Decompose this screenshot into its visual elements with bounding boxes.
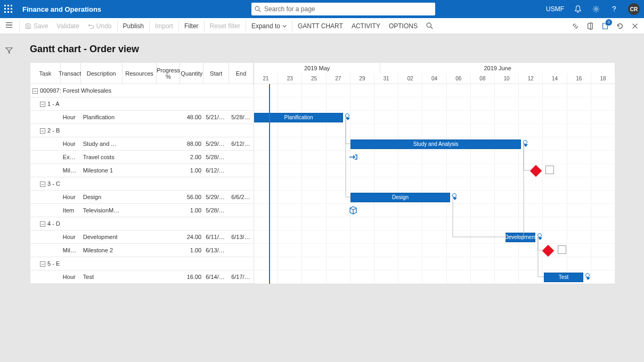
hamburger-icon[interactable]	[5, 21, 13, 30]
col-start[interactable]: Start	[203, 63, 229, 84]
grid-cell: Expense	[61, 154, 81, 160]
grid-cell: 6/17/2019	[229, 274, 254, 280]
gear-icon[interactable]	[592, 5, 600, 13]
timeline-row: Design	[254, 191, 615, 204]
funnel-icon[interactable]	[5, 47, 13, 56]
close-icon[interactable]	[631, 22, 639, 30]
milestone-marker[interactable]	[542, 244, 555, 257]
link-arrow-icon[interactable]	[524, 144, 528, 147]
grid-cell: 1.00	[180, 207, 203, 213]
col-progress[interactable]: Progress %	[157, 63, 180, 84]
grid-cell: Development	[81, 234, 123, 240]
undo-button[interactable]: Undo	[84, 18, 116, 34]
validate-button[interactable]: Validate	[52, 18, 83, 34]
svg-rect-2	[11, 5, 12, 6]
link-handle-icon[interactable]	[585, 273, 590, 277]
reset-filter-button[interactable]: Reset filter	[206, 18, 244, 34]
timeline-row: Study and Analysis	[254, 137, 615, 151]
timeline-row	[254, 177, 615, 191]
app-launcher-icon[interactable]	[4, 5, 13, 13]
collapse-icon[interactable]: −	[40, 128, 45, 134]
expand-to-dropdown[interactable]: Expand to	[247, 18, 291, 34]
link-handle-icon[interactable]	[537, 233, 542, 237]
group-row[interactable]: −1 - A	[30, 97, 254, 111]
filter-button[interactable]: Filter	[180, 18, 203, 34]
task-row[interactable]: ItemTelevisionM12031.005/28/2019	[30, 204, 254, 217]
collapse-icon[interactable]: −	[40, 182, 45, 187]
task-row[interactable]: MilestonMilestone 11.006/12/2019	[30, 164, 254, 177]
task-row[interactable]: ExpenseTravel costs2.005/28/2019	[30, 151, 254, 164]
task-row[interactable]: HourDevelopment24.006/11/20196/13/2019	[30, 231, 254, 244]
col-quantity[interactable]: Quantity	[180, 63, 203, 84]
grid-cell: 5/29/2019	[203, 141, 229, 147]
gantt-bar[interactable]: Planification	[254, 113, 343, 122]
link-handle-icon[interactable]	[345, 113, 349, 118]
global-search[interactable]: Search for a page	[251, 3, 435, 15]
timeline-day: 21	[254, 73, 278, 84]
col-resources[interactable]: Resources	[123, 63, 157, 84]
col-description[interactable]: Description	[81, 63, 123, 84]
col-task[interactable]: Task	[30, 63, 61, 84]
collapse-icon[interactable]: −	[32, 88, 38, 94]
timeline-day: 16	[567, 73, 591, 84]
publish-button[interactable]: Publish	[119, 18, 148, 34]
expense-icon[interactable]	[349, 153, 357, 163]
collapse-icon[interactable]: −	[40, 261, 45, 267]
group-row[interactable]: −3 - C	[30, 177, 254, 191]
task-row[interactable]: HourTest16.006/14/20196/17/2019	[30, 270, 254, 284]
help-icon[interactable]	[610, 5, 618, 13]
link-handle-icon[interactable]	[452, 193, 456, 198]
link-arrow-icon[interactable]	[538, 237, 542, 240]
grid-cell: 5/28/2019	[203, 207, 229, 213]
attachments-icon[interactable]: 0	[601, 22, 609, 30]
link-arrow-icon[interactable]	[346, 118, 350, 120]
tab-activity[interactable]: ACTIVITY	[347, 18, 385, 34]
search-command[interactable]	[422, 18, 437, 34]
timeline-row	[254, 217, 615, 231]
bell-icon[interactable]	[574, 5, 582, 13]
milestone-link-handle[interactable]	[545, 166, 554, 174]
col-end[interactable]: End	[229, 63, 254, 84]
search-placeholder: Search for a page	[264, 5, 315, 13]
tab-options[interactable]: OPTIONS	[385, 18, 422, 34]
search-icon	[426, 22, 433, 29]
link-icon[interactable]	[572, 22, 579, 30]
company-code[interactable]: USMF	[546, 5, 564, 13]
link-arrow-icon[interactable]	[453, 198, 457, 200]
task-row[interactable]: MilestonMilestone 21.006/13/2019	[30, 244, 254, 257]
office-icon[interactable]	[586, 22, 594, 30]
refresh-icon[interactable]	[616, 22, 624, 30]
group-row[interactable]: −2 - B	[30, 124, 254, 137]
svg-line-13	[430, 27, 433, 29]
collapse-icon[interactable]: −	[40, 221, 45, 227]
milestone-marker[interactable]	[530, 164, 542, 177]
link-arrow-icon[interactable]	[586, 277, 590, 280]
tab-gantt-chart[interactable]: GANTT CHART	[294, 18, 347, 34]
group-row[interactable]: −000987: Forest Wholesales	[30, 84, 254, 97]
task-row[interactable]: HourPlanification48.005/21/20195/28/2019	[30, 111, 254, 124]
left-rail	[0, 34, 18, 362]
timeline-day: 25	[302, 73, 326, 84]
gantt-bar[interactable]: Test	[544, 273, 583, 282]
gantt-bar[interactable]: Design	[350, 193, 450, 202]
avatar[interactable]: CR	[628, 3, 640, 15]
timeline-row: Planification	[254, 111, 615, 124]
gantt-bar[interactable]: Study and Analysis	[350, 139, 521, 149]
grid-cell: 16.00	[180, 274, 203, 280]
group-row[interactable]: −5 - E	[30, 257, 254, 270]
milestone-link-handle[interactable]	[558, 245, 566, 254]
group-row[interactable]: −4 - D	[30, 217, 254, 231]
import-button[interactable]: Import	[151, 18, 177, 34]
item-box-icon[interactable]	[349, 206, 357, 216]
task-row[interactable]: HourStudy and Analy88.005/29/20196/12/20…	[30, 137, 254, 151]
col-transaction[interactable]: Transacti	[61, 63, 81, 84]
collapse-icon[interactable]: −	[40, 102, 45, 107]
task-row[interactable]: HourDesign56.005/29/20196/6/2019	[30, 191, 254, 204]
timeline-row	[254, 257, 615, 270]
grid-cell: 5/28/2019	[203, 154, 229, 160]
link-handle-icon[interactable]	[523, 140, 527, 144]
grid-cell: 5/29/2019	[203, 194, 229, 200]
save-button[interactable]: Save	[21, 18, 52, 34]
grid-cell: 56.00	[180, 194, 203, 200]
gantt-bar[interactable]: Development	[506, 233, 535, 242]
